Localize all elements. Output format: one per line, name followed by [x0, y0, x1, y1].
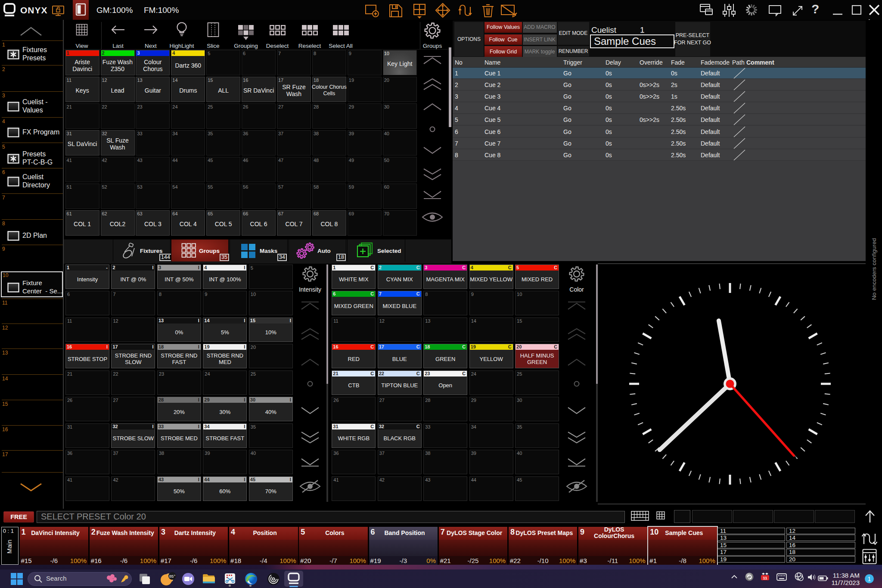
svg-text:85°: 85° — [169, 574, 176, 579]
svg-text:11: 11 — [763, 576, 767, 580]
